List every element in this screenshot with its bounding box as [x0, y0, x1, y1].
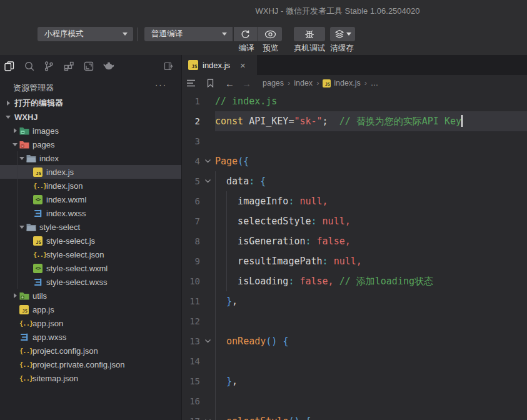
bookmark-icon[interactable]	[205, 78, 215, 88]
remote-debug-label[interactable]: 真机调试	[289, 43, 329, 54]
code-line-content[interactable]	[215, 351, 527, 371]
code-line-15[interactable]: 15 },	[182, 371, 527, 391]
code-line-content[interactable]	[215, 391, 527, 411]
code-line-content[interactable]: const API_KEY="sk-"; // 替换为您的实际API Key	[215, 111, 527, 131]
code-line-5[interactable]: 5 data: {	[182, 171, 527, 191]
tree-item-style-select[interactable]: style-select	[0, 220, 181, 234]
tree-item-app.json[interactable]: {..}app.json	[0, 316, 181, 330]
tree-item-images[interactable]: images	[0, 124, 181, 138]
breadcrumb-item-index.js[interactable]: index.js	[334, 79, 360, 88]
code-line-content[interactable]: // index.js	[215, 91, 527, 111]
tree-caret-icon[interactable]	[18, 226, 26, 229]
code-line-content[interactable]: Page({	[215, 151, 527, 171]
tree-item-project.private.config.json[interactable]: {..}project.private.config.json	[0, 358, 181, 371]
git-branch-icon[interactable]	[43, 61, 54, 72]
tree-caret-icon[interactable]	[18, 157, 26, 160]
fold-chevron-icon[interactable]	[200, 171, 215, 191]
code-line-2[interactable]: 2const API_KEY="sk-"; // 替换为您的实际API Key	[182, 111, 527, 131]
code-line-content[interactable]	[215, 131, 527, 151]
code-line-8[interactable]: 8 isGeneration: false,	[182, 231, 527, 251]
code-line-14[interactable]: 14	[182, 351, 527, 371]
compile-label[interactable]: 编译	[234, 43, 259, 54]
fold-spacer	[200, 191, 215, 211]
code-line-4[interactable]: 4Page({	[182, 151, 527, 171]
close-icon[interactable]: ×	[240, 61, 246, 70]
tree-item-pages[interactable]: pages	[0, 138, 181, 151]
tree-item-utils[interactable]: utils	[0, 289, 181, 302]
outline-icon[interactable]	[186, 78, 196, 88]
code-line-12[interactable]: 12	[182, 311, 527, 331]
code-line-1[interactable]: 1// index.js	[182, 91, 527, 111]
tree-item-project.config.json[interactable]: {..}project.config.json	[0, 344, 181, 358]
tree-item-index.js[interactable]: JSindex.js	[0, 165, 181, 179]
code-line-content[interactable]: },	[215, 371, 527, 391]
tree-caret-icon[interactable]	[4, 116, 13, 119]
extensions-icon[interactable]	[63, 61, 74, 72]
preview-button[interactable]	[258, 27, 282, 41]
mode-dropdown[interactable]: 小程序模式	[38, 27, 133, 41]
compile-mode-dropdown[interactable]: 普通编译	[144, 27, 233, 41]
breadcrumb-item-index[interactable]: index	[294, 79, 313, 88]
tree-item--[interactable]: 打开的编辑器	[0, 96, 181, 110]
fold-chevron-icon[interactable]	[200, 411, 215, 420]
clear-cache-button[interactable]	[330, 27, 355, 41]
tree-caret-icon[interactable]	[4, 101, 13, 106]
code-line-17[interactable]: 17 selectStyle() {	[182, 411, 527, 420]
tree-item-index.json[interactable]: {..}index.json	[0, 179, 181, 192]
indent-guide	[215, 371, 216, 391]
tree-item-style-select.js[interactable]: JSstyle-select.js	[0, 234, 181, 248]
app-window-icon[interactable]	[83, 61, 94, 72]
tree-item-index.wxss[interactable]: index.wxss	[0, 206, 181, 220]
code-line-3[interactable]: 3	[182, 131, 527, 151]
remote-debug-button[interactable]	[294, 27, 325, 41]
code-line-16[interactable]: 16	[182, 391, 527, 411]
fold-chevron-icon[interactable]	[200, 331, 215, 351]
code-line-7[interactable]: 7 selectedStyle: null,	[182, 211, 527, 231]
breadcrumb-separator: ›	[288, 79, 290, 88]
code-line-9[interactable]: 9 resultImagePath: null,	[182, 251, 527, 271]
tree-caret-icon[interactable]	[11, 293, 19, 298]
teapot-icon[interactable]	[103, 61, 114, 72]
code-line-content[interactable]: resultImagePath: null,	[215, 251, 527, 271]
files-icon[interactable]	[4, 61, 15, 72]
tree-caret-icon[interactable]	[11, 143, 19, 146]
back-arrow-icon[interactable]: ←	[225, 78, 234, 89]
clear-cache-label[interactable]: 清缓存	[328, 43, 356, 54]
tree-item-WXHJ[interactable]: WXHJ	[0, 110, 181, 124]
code-line-10[interactable]: 10 isLoading: false, // 添加loading状态	[182, 271, 527, 291]
code-line-13[interactable]: 13 onReady() {	[182, 331, 527, 351]
tree-item-style-select.wxml[interactable]: <>style-select.wxml	[0, 261, 181, 275]
code-line-content[interactable]: imageInfo: null,	[215, 191, 527, 211]
code-line-11[interactable]: 11 },	[182, 291, 527, 311]
tree-item-app.wxss[interactable]: app.wxss	[0, 330, 181, 344]
collapse-sidebar-icon[interactable]	[164, 61, 174, 71]
tab-index-js[interactable]: JS index.js ×	[182, 55, 257, 75]
code-line-content[interactable]: isGeneration: false,	[215, 231, 527, 251]
code-line-content[interactable]: selectStyle() {	[215, 411, 527, 420]
code-line-6[interactable]: 6 imageInfo: null,	[182, 191, 527, 211]
tree-caret-icon[interactable]	[11, 128, 19, 133]
forward-arrow-icon[interactable]: →	[242, 78, 251, 89]
code-line-content[interactable]: isLoading: false, // 添加loading状态	[215, 271, 527, 291]
code-line-content[interactable]	[215, 311, 527, 331]
tree-item-index[interactable]: index	[0, 151, 181, 165]
tree-item-style-select.json[interactable]: {..}style-select.json	[0, 248, 181, 261]
more-actions-icon[interactable]: ···	[155, 80, 167, 89]
compile-button[interactable]	[234, 27, 258, 41]
search-icon[interactable]	[24, 61, 35, 72]
code-line-content[interactable]: data: {	[215, 171, 527, 191]
tree-item-app.js[interactable]: JSapp.js	[0, 302, 181, 316]
fold-chevron-icon[interactable]	[200, 151, 215, 171]
tree-item-style-select.wxss[interactable]: style-select.wxss	[0, 275, 181, 289]
code-token: // 添加loading状态	[334, 276, 433, 287]
code-line-content[interactable]: selectedStyle: null,	[215, 211, 527, 231]
tree-item-sitemap.json[interactable]: {..}sitemap.json	[0, 371, 181, 385]
breadcrumb-item-pages[interactable]: pages	[263, 79, 284, 88]
code-token: null,	[334, 256, 362, 267]
tree-item-index.wxml[interactable]: <>index.wxml	[0, 192, 181, 206]
preview-label[interactable]: 预览	[258, 43, 283, 54]
breadcrumb-item-more[interactable]: …	[371, 79, 379, 88]
code-line-content[interactable]: onReady() {	[215, 331, 527, 351]
code-area[interactable]: 1// index.js2const API_KEY="sk-"; // 替换为…	[182, 91, 527, 420]
code-line-content[interactable]: },	[215, 291, 527, 311]
